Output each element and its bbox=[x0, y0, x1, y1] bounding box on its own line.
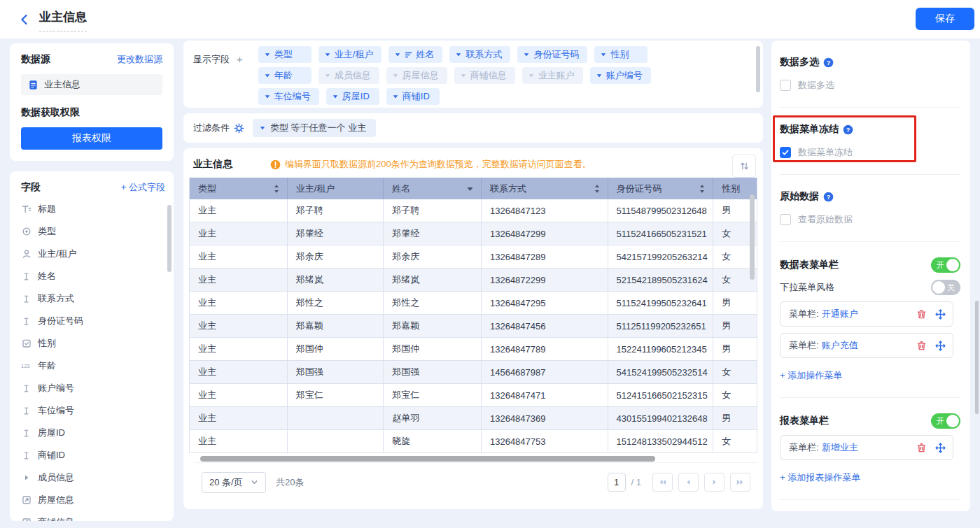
display-field-chip-姓名[interactable]: 姓名 bbox=[388, 46, 442, 63]
table-row[interactable]: 业主晓旋13264847753151248133502944512女 bbox=[190, 430, 757, 453]
display-field-chip-性别[interactable]: 性别 bbox=[594, 46, 648, 63]
table-row[interactable]: 业主赵单羽13264847369430155199402132648男 bbox=[190, 407, 757, 430]
move-icon[interactable] bbox=[935, 309, 946, 320]
field-item-商铺信息[interactable]: 商铺信息 bbox=[21, 511, 165, 521]
field-item-房屋ID[interactable]: 房屋ID bbox=[21, 422, 165, 444]
raw-data-checkbox[interactable] bbox=[780, 214, 791, 225]
add-action-menu-link[interactable]: + 添加操作菜单 bbox=[780, 369, 960, 382]
menu-bar-item-新增业主[interactable]: 菜单栏:新增业主 bbox=[780, 435, 953, 460]
column-header-业主/租户[interactable]: 业主/租户 bbox=[288, 178, 384, 199]
report-menu-toggle[interactable]: 开 bbox=[931, 413, 960, 429]
move-icon[interactable] bbox=[935, 443, 946, 453]
display-field-chip-商铺信息[interactable]: 商铺信息 bbox=[454, 67, 515, 84]
help-icon[interactable]: ? bbox=[823, 57, 834, 68]
table-row[interactable]: 业主郑肇经郑肇经13264847299511524166505231521女 bbox=[190, 222, 757, 245]
field-item-联系方式[interactable]: 联系方式 bbox=[21, 287, 165, 310]
caret-down-icon bbox=[392, 93, 399, 100]
field-item-类型[interactable]: 类型 bbox=[21, 220, 165, 243]
check-icon bbox=[781, 148, 790, 157]
text-icon bbox=[21, 406, 31, 415]
svg-text:123: 123 bbox=[21, 363, 30, 369]
field-item-账户编号[interactable]: 账户编号 bbox=[21, 377, 165, 399]
table-horizontal-scrollbar[interactable] bbox=[200, 456, 655, 462]
multi-select-checkbox[interactable] bbox=[780, 80, 791, 91]
table-row[interactable]: 业主郑子聘郑子聘13264847123511548799502312648男 bbox=[190, 199, 757, 222]
next-page-button[interactable] bbox=[704, 473, 724, 492]
table-row[interactable]: 业主郑余庆郑余庆13264847289542157199205263214女 bbox=[190, 245, 757, 269]
report-permission-button[interactable]: 报表权限 bbox=[21, 127, 162, 150]
field-item-年龄[interactable]: 123年龄 bbox=[21, 355, 165, 377]
field-item-身份证号码[interactable]: 身份证号码 bbox=[21, 310, 165, 332]
first-page-button[interactable] bbox=[652, 473, 673, 492]
table-row[interactable]: 业主郑性之郑性之13264847295511524199505232641男 bbox=[190, 292, 757, 315]
field-item-label: 姓名 bbox=[38, 270, 56, 283]
field-item-姓名[interactable]: 姓名 bbox=[21, 265, 165, 287]
menu-bar-item-开通账户[interactable]: 菜单栏:开通账户 bbox=[780, 301, 953, 327]
add-report-action-menu-link[interactable]: + 添加报表操作菜单 bbox=[780, 471, 960, 484]
move-icon[interactable] bbox=[935, 341, 946, 351]
fields-scrollbar[interactable] bbox=[167, 205, 172, 272]
chip-label: 商铺ID bbox=[402, 90, 430, 103]
filter-condition-chip[interactable]: 类型 等于任意一个 业主 bbox=[253, 119, 376, 137]
page-size-select[interactable]: 20 条/页 bbox=[202, 472, 266, 493]
table-cell: 郑嘉颖 bbox=[288, 315, 384, 337]
column-header-label: 姓名 bbox=[392, 183, 410, 195]
page-scrollbar[interactable] bbox=[975, 301, 979, 414]
field-item-商铺ID[interactable]: 商铺ID bbox=[21, 444, 165, 466]
add-display-field-button[interactable]: + bbox=[237, 53, 243, 105]
table-cell: 女 bbox=[713, 384, 757, 406]
table-row[interactable]: 业主郑绪岚郑绪岚13264872299521542189505231624女 bbox=[190, 269, 757, 292]
save-button[interactable]: 保存 bbox=[916, 8, 974, 30]
column-header-身份证号码[interactable]: 身份证号码 bbox=[608, 178, 714, 199]
display-field-chip-账户编号[interactable]: 账户编号 bbox=[590, 67, 651, 84]
help-icon[interactable]: ? bbox=[823, 192, 834, 202]
display-field-chip-房屋ID[interactable]: 房屋ID bbox=[326, 88, 379, 105]
page-number-input[interactable]: 1 bbox=[608, 473, 626, 492]
field-item-性别[interactable]: 性别 bbox=[21, 332, 165, 355]
dropdown-style-toggle[interactable]: 关 bbox=[931, 280, 960, 295]
display-field-chip-房屋信息[interactable]: 房屋信息 bbox=[386, 67, 447, 84]
display-field-chip-联系方式[interactable]: 联系方式 bbox=[449, 46, 510, 63]
table-vertical-scrollbar[interactable] bbox=[750, 194, 755, 280]
delete-icon[interactable] bbox=[916, 443, 927, 453]
chips-scrollbar[interactable] bbox=[756, 46, 760, 92]
table-row[interactable]: 业主郑宝仁郑宝仁13264847471512415166502152315女 bbox=[190, 384, 757, 407]
table-row[interactable]: 业主郑国强郑国强14564687987541524199505232514女 bbox=[190, 361, 757, 384]
field-item-车位编号[interactable]: 车位编号 bbox=[21, 399, 165, 422]
column-header-类型[interactable]: 类型 bbox=[190, 178, 288, 199]
table-row[interactable]: 业主郑嘉颖郑嘉颖13264847456511251199205232651男 bbox=[190, 315, 757, 338]
table-row[interactable]: 业主郑国仲郑国仲13264847789152241199605212345男 bbox=[190, 338, 757, 361]
chevron-down-icon bbox=[251, 478, 258, 486]
display-field-chip-车位编号[interactable]: 车位编号 bbox=[258, 88, 319, 105]
field-item-房屋信息[interactable]: 房屋信息 bbox=[21, 489, 165, 511]
display-field-chip-类型[interactable]: 类型 bbox=[258, 46, 312, 63]
field-item-业主/租户[interactable]: 业主/租户 bbox=[21, 243, 165, 265]
display-field-chip-年龄[interactable]: 年龄 bbox=[258, 67, 312, 84]
display-field-chip-商铺ID[interactable]: 商铺ID bbox=[386, 88, 440, 105]
delete-icon[interactable] bbox=[916, 309, 927, 320]
column-header-联系方式[interactable]: 联系方式 bbox=[482, 178, 608, 199]
field-item-label: 商铺信息 bbox=[38, 516, 74, 521]
change-datasource-link[interactable]: 更改数据源 bbox=[117, 53, 162, 66]
gear-icon[interactable] bbox=[234, 123, 244, 134]
table-sort-button[interactable] bbox=[732, 154, 756, 178]
add-formula-field-link[interactable]: + 公式字段 bbox=[121, 181, 165, 194]
help-icon[interactable]: ? bbox=[843, 124, 853, 135]
menu-freeze-checkbox[interactable] bbox=[780, 147, 791, 158]
display-field-chip-业主账户[interactable]: 业主账户 bbox=[522, 67, 583, 84]
table-cell: 业主 bbox=[190, 430, 288, 452]
menu-bar-item-账户充值[interactable]: 菜单栏:账户充值 bbox=[780, 333, 953, 358]
last-page-button[interactable] bbox=[730, 473, 750, 492]
datasource-item[interactable]: 业主信息 bbox=[21, 74, 162, 95]
field-item-成员信息[interactable]: 成员信息 bbox=[21, 466, 165, 489]
display-field-chip-成员信息[interactable]: 成员信息 bbox=[318, 67, 379, 84]
display-field-chip-业主/租户[interactable]: 业主/租户 bbox=[318, 46, 382, 63]
display-field-chip-身份证号码[interactable]: 身份证号码 bbox=[517, 46, 587, 63]
chip-label: 年龄 bbox=[274, 69, 293, 82]
back-icon[interactable] bbox=[17, 12, 32, 27]
field-item-标题[interactable]: 标题 bbox=[21, 198, 165, 220]
prev-page-button[interactable] bbox=[678, 473, 699, 492]
delete-icon[interactable] bbox=[916, 341, 927, 351]
column-header-姓名[interactable]: 姓名 bbox=[384, 178, 482, 199]
table-menu-toggle[interactable]: 开 bbox=[931, 257, 960, 273]
